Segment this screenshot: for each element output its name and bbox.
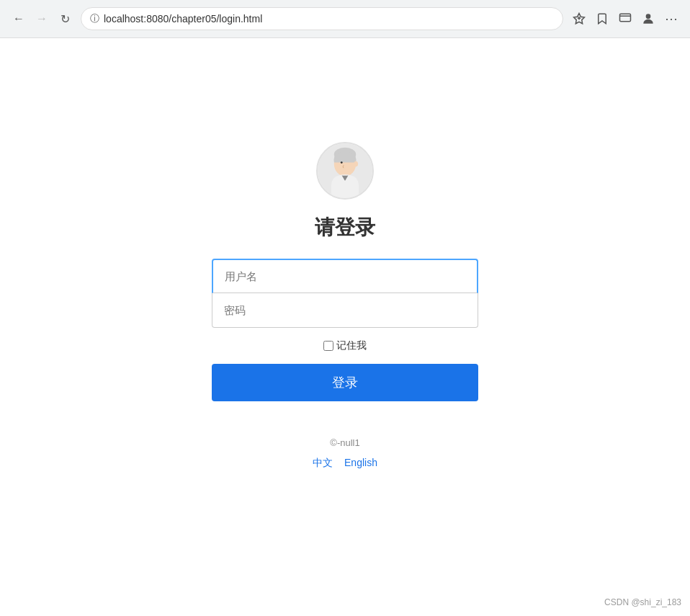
toolbar-right: ⋯: [569, 9, 681, 29]
lang-en-link[interactable]: English: [344, 457, 377, 470]
password-input[interactable]: [212, 293, 478, 328]
lang-zh-link[interactable]: 中文: [313, 457, 333, 470]
svg-point-4: [646, 14, 651, 19]
info-icon: ⓘ: [90, 12, 99, 25]
forward-button[interactable]: →: [32, 9, 52, 29]
username-input[interactable]: [212, 259, 478, 293]
login-button[interactable]: 登录: [212, 364, 478, 401]
remember-label: 记住我: [336, 339, 367, 352]
svg-point-9: [354, 161, 358, 167]
url-text: localhost:8080/chapter05/login.html: [104, 13, 554, 24]
login-title: 请登录: [315, 214, 375, 241]
tabs-button[interactable]: [615, 9, 635, 29]
refresh-button[interactable]: ↻: [55, 9, 75, 29]
remember-me-container: 记住我: [323, 339, 367, 352]
language-switcher: 中文 English: [313, 457, 377, 470]
nav-buttons: ← → ↻: [9, 9, 75, 29]
watermark: CSDN @shi_zi_183: [604, 597, 681, 607]
avatar: [316, 142, 374, 200]
footer: ©-null1 中文 English: [313, 437, 377, 470]
add-bookmark-button[interactable]: [569, 9, 589, 29]
remember-checkbox[interactable]: [323, 341, 333, 351]
browser-chrome: ← → ↻ ⓘ localhost:8080/chapter05/login.h…: [0, 0, 690, 38]
address-bar[interactable]: ⓘ localhost:8080/chapter05/login.html: [81, 7, 563, 30]
copyright-text: ©-null1: [330, 437, 359, 448]
svg-rect-2: [620, 14, 631, 22]
page-content: 请登录 记住我 登录 ©-null1 中文 English: [0, 38, 690, 616]
bookmark-button[interactable]: [592, 9, 612, 29]
profile-button[interactable]: [638, 9, 658, 29]
browser-toolbar: ← → ↻ ⓘ localhost:8080/chapter05/login.h…: [0, 0, 690, 37]
login-container: 请登录 记住我 登录 ©-null1 中文 English: [208, 142, 482, 470]
menu-button[interactable]: ⋯: [661, 9, 681, 29]
back-button[interactable]: ←: [9, 9, 29, 29]
login-form: [212, 259, 478, 328]
svg-point-8: [341, 161, 343, 164]
